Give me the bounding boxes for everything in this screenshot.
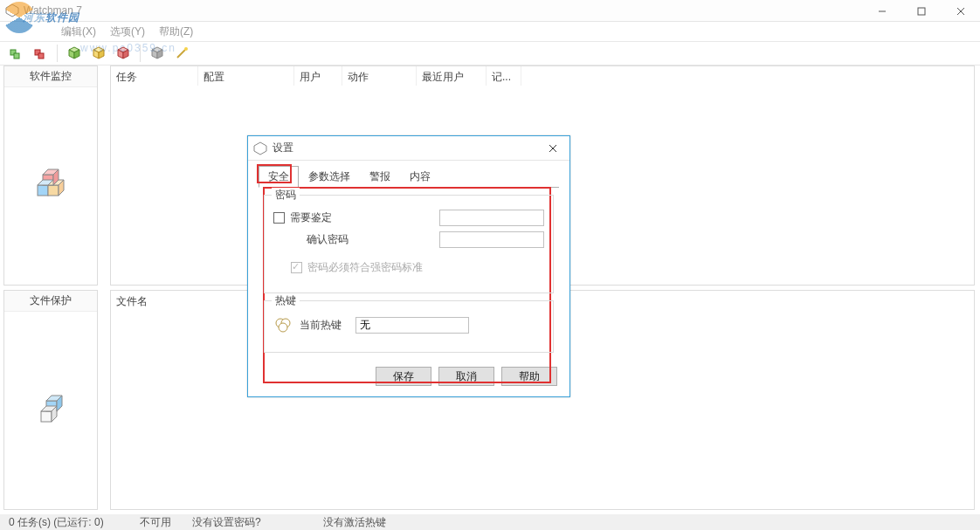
status-tasks: 0 任务(s) (已运行: 0) (0, 514, 131, 530)
svg-rect-32 (41, 411, 52, 422)
app-icon (5, 3, 19, 17)
col-action[interactable]: 动作 (342, 66, 417, 86)
checkbox-strong-pw (291, 262, 302, 273)
label-current-hotkey: 当前热键 (300, 318, 342, 333)
nav-software-monitor[interactable]: 软件监控 (3, 65, 98, 286)
maximize-button[interactable] (901, 0, 941, 22)
svg-rect-2 (918, 8, 925, 15)
separator (57, 45, 58, 62)
window-controls (862, 0, 980, 22)
menu-bar: 文件(M) 编辑(X) 选项(Y) 帮助(Z) (0, 22, 980, 41)
status-bar: 0 任务(s) (已运行: 0) 不可用 没有设置密码? 没有激活热键 (0, 514, 980, 530)
dialog-title-bar: 设置 (248, 136, 569, 161)
col-config[interactable]: 配置 (198, 66, 294, 86)
tab-security[interactable]: 安全 (259, 166, 299, 188)
status-no-password: 没有设置密码? (183, 514, 314, 530)
svg-marker-0 (6, 4, 18, 17)
col-record[interactable]: 记... (487, 66, 521, 86)
svg-point-43 (279, 323, 287, 332)
nav-fileprotect-icon (4, 312, 97, 509)
status-unavailable: 不可用 (131, 514, 183, 530)
col-user[interactable]: 用户 (294, 66, 342, 86)
dialog-title-text: 设置 (273, 141, 293, 155)
checkbox-need-auth[interactable] (273, 212, 285, 224)
col-filename[interactable]: 文件名 (111, 291, 216, 310)
col-task[interactable]: 任务 (111, 66, 198, 86)
hotkey-icon (273, 315, 293, 334)
minimize-button[interactable] (862, 0, 901, 22)
help-button[interactable]: 帮助 (501, 367, 557, 386)
svg-marker-38 (254, 142, 266, 155)
title-bar: Watchman 7 (0, 0, 980, 22)
watermark-url: www.pc0359.cn (80, 42, 176, 54)
group-password-legend: 密码 (272, 188, 300, 203)
svg-rect-6 (14, 53, 19, 59)
status-no-hotkey: 没有激活热键 (314, 514, 395, 530)
group-hotkey: 热键 当前热键 (264, 300, 554, 353)
dialog-close-button[interactable] (540, 139, 566, 158)
nav-header-software: 软件监控 (4, 66, 97, 87)
label-confirm-pw: 确认密码 (307, 232, 349, 247)
password-input[interactable] (439, 210, 544, 226)
label-need-auth: 需要鉴定 (290, 210, 332, 225)
tab-content[interactable]: 内容 (400, 166, 440, 188)
svg-rect-23 (38, 185, 48, 196)
label-strong-pw: 密码必须符合强密码标准 (307, 260, 423, 275)
cancel-button[interactable]: 取消 (438, 367, 494, 386)
tab-params[interactable]: 参数选择 (299, 166, 360, 188)
confirm-password-input[interactable] (439, 231, 544, 248)
group-hotkey-legend: 热键 (272, 293, 300, 308)
left-panel: 软件监控 文件保护 (0, 65, 101, 514)
svg-line-21 (177, 50, 185, 58)
nav-header-fileprotect: 文件保护 (4, 291, 97, 312)
tab-alarm[interactable]: 警报 (360, 166, 400, 188)
close-button[interactable] (941, 0, 980, 22)
tool-delete-icon[interactable] (30, 44, 51, 63)
menu-edit[interactable]: 编辑(X) (56, 23, 101, 41)
col-recent-user[interactable]: 最近用户 (417, 66, 487, 86)
svg-rect-24 (48, 185, 59, 196)
group-password: 密码 需要鉴定 确认密码 密码必须符合强密码标准 (264, 195, 554, 293)
dialog-tabs: 安全 参数选择 警报 内容 (259, 166, 569, 188)
nav-file-protect[interactable]: 文件保护 (3, 290, 98, 510)
nav-software-icon (4, 87, 97, 285)
tool-new-icon[interactable] (5, 44, 26, 63)
dialog-buttons: 保存 取消 帮助 (248, 360, 569, 396)
settings-dialog: 设置 安全 参数选择 警报 内容 密码 需要鉴定 确认密码 密码必须符合强密码标… (247, 135, 570, 397)
window-title: Watchman 7 (24, 4, 82, 17)
save-button[interactable]: 保存 (376, 367, 431, 386)
svg-rect-8 (38, 53, 44, 59)
dialog-icon (253, 141, 267, 155)
menu-options[interactable]: 选项(Y) (105, 23, 150, 41)
menu-help[interactable]: 帮助(Z) (154, 23, 198, 41)
hotkey-input[interactable] (355, 317, 469, 334)
svg-point-22 (184, 47, 188, 51)
task-columns: 任务 配置 用户 动作 最近用户 记... (111, 66, 974, 86)
